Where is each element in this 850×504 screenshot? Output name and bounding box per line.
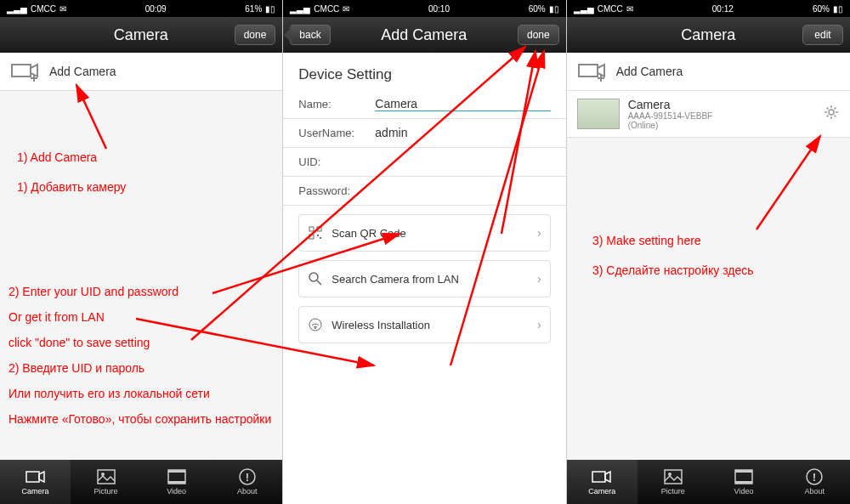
tab-picture[interactable]: Picture: [71, 460, 141, 504]
wireless-option[interactable]: Wireless Installation ›: [298, 306, 550, 343]
tab-bar: Camera Picture Video !About: [567, 460, 850, 504]
svg-rect-24: [735, 470, 752, 473]
signal-icon: ▂▃▅: [290, 4, 310, 14]
name-field-row: Name:: [283, 90, 565, 119]
wifi-icon: [308, 317, 323, 332]
svg-rect-18: [579, 65, 598, 76]
qr-icon: [308, 225, 323, 241]
done-button[interactable]: done: [235, 25, 276, 45]
svg-rect-2: [98, 470, 115, 484]
uid-label: UID:: [298, 156, 375, 168]
scan-qr-option[interactable]: Scan QR Code ›: [298, 214, 550, 252]
battery-icon: ▮▯: [549, 4, 559, 14]
tab-camera[interactable]: Camera: [567, 460, 638, 504]
camera-plus-icon: [577, 61, 608, 82]
search-lan-label: Search Camera from LAN: [332, 273, 459, 286]
svg-rect-10: [317, 227, 321, 231]
msg-icon: ✉: [60, 4, 66, 14]
msg-icon: ✉: [343, 4, 349, 14]
signal-icon: ▂▃▅: [574, 4, 594, 14]
header: Camera edit: [567, 17, 850, 53]
tab-picture[interactable]: Picture: [638, 460, 708, 504]
svg-text:!: !: [813, 471, 816, 484]
picture-icon: [95, 468, 117, 485]
add-camera-label: Add Camera: [616, 65, 683, 78]
password-input[interactable]: [375, 184, 550, 198]
about-icon: !: [236, 468, 258, 485]
wireless-label: Wireless Installation: [332, 319, 430, 331]
scan-qr-label: Scan QR Code: [332, 227, 405, 240]
svg-rect-25: [735, 481, 752, 484]
status-time: 00:09: [145, 4, 167, 14]
camera-icon: [25, 468, 47, 485]
content-area: Device Setting Name: UserName: UID: Pass…: [283, 53, 565, 504]
add-camera-row[interactable]: Add Camera: [567, 53, 850, 91]
svg-rect-6: [168, 481, 185, 484]
svg-rect-11: [309, 235, 314, 239]
svg-rect-21: [665, 470, 682, 484]
carrier-label: CMCC: [598, 4, 623, 14]
search-icon: [308, 271, 323, 286]
camera-uid: AAAA-991514-VEBBF: [628, 111, 814, 121]
chevron-right-icon: ›: [537, 272, 541, 286]
battery-icon: ▮▯: [833, 4, 843, 14]
screen-add-camera: ▂▃▅ CMCC ✉ 00:10 60% ▮▯ back Add Camera …: [283, 0, 566, 504]
content-area: Add Camera Camera AAAA-991514-VEBBF (Onl…: [567, 53, 850, 460]
back-button[interactable]: back: [290, 25, 330, 45]
done-button[interactable]: done: [518, 25, 559, 45]
uid-field-row: UID:: [283, 148, 565, 177]
username-input[interactable]: [375, 126, 550, 140]
svg-point-14: [309, 273, 318, 281]
tab-video[interactable]: Video: [141, 460, 212, 504]
uid-input[interactable]: [375, 155, 550, 169]
screen-camera-list-populated: ▂▃▅ CMCC ✉ 00:12 60% ▮▯ Camera edit Add …: [567, 0, 850, 504]
carrier-label: CMCC: [314, 4, 339, 14]
battery-percent: 60%: [529, 4, 546, 14]
add-camera-row[interactable]: Add Camera: [0, 53, 282, 91]
tab-video[interactable]: Video: [708, 460, 779, 504]
chevron-right-icon: ›: [537, 318, 541, 331]
status-bar: ▂▃▅ CMCC ✉ 00:10 60% ▮▯: [283, 0, 565, 17]
username-field-row: UserName:: [283, 119, 565, 148]
svg-rect-20: [592, 472, 605, 482]
password-label: Password:: [298, 184, 375, 197]
camera-name: Camera: [628, 98, 814, 111]
header: back Add Camera done: [283, 17, 565, 53]
video-icon: [166, 468, 188, 485]
gear-icon[interactable]: [823, 104, 840, 124]
tab-about[interactable]: !About: [212, 460, 282, 504]
svg-rect-12: [317, 235, 319, 236]
signal-icon: ▂▃▅: [7, 4, 27, 14]
camera-thumbnail: [577, 99, 620, 129]
picture-icon: [662, 468, 684, 485]
camera-icon: [591, 468, 613, 485]
tab-bar: Camera Picture Video !About: [0, 460, 282, 504]
camera-list-item[interactable]: Camera AAAA-991514-VEBBF (Online): [567, 91, 850, 138]
status-time: 00:12: [712, 4, 734, 14]
username-label: UserName:: [298, 127, 375, 139]
name-input[interactable]: [375, 97, 550, 111]
svg-rect-5: [168, 470, 185, 473]
svg-rect-0: [12, 65, 31, 76]
video-icon: [733, 468, 755, 485]
status-bar: ▂▃▅ CMCC ✉ 00:09 61% ▮▯: [0, 0, 282, 17]
svg-point-19: [829, 110, 834, 115]
tab-about[interactable]: !About: [779, 460, 850, 504]
svg-point-17: [314, 327, 316, 329]
edit-button[interactable]: edit: [802, 25, 843, 45]
status-bar: ▂▃▅ CMCC ✉ 00:12 60% ▮▯: [567, 0, 850, 17]
svg-rect-1: [26, 472, 39, 482]
battery-icon: ▮▯: [265, 4, 275, 14]
page-title: Camera: [48, 26, 235, 44]
camera-info: Camera AAAA-991514-VEBBF (Online): [628, 98, 814, 130]
section-title: Device Setting: [283, 53, 565, 90]
svg-rect-9: [309, 227, 314, 231]
search-lan-option[interactable]: Search Camera from LAN ›: [298, 260, 550, 297]
about-icon: !: [803, 468, 825, 485]
carrier-label: CMCC: [31, 4, 56, 14]
svg-text:!: !: [246, 471, 249, 484]
tab-camera[interactable]: Camera: [0, 460, 71, 504]
battery-percent: 61%: [245, 4, 262, 14]
password-field-row: Password:: [283, 177, 565, 206]
camera-status: (Online): [628, 121, 814, 130]
